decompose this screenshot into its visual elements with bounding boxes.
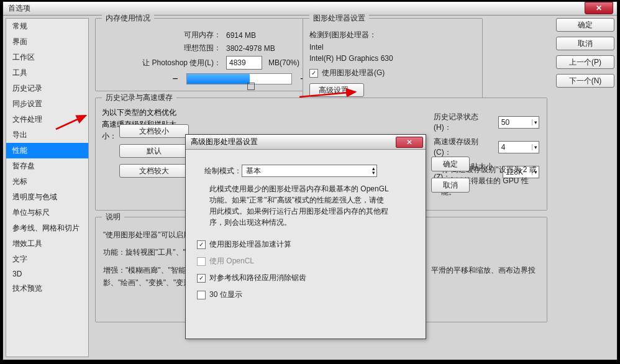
checkbox-checked-icon: ✓	[197, 274, 206, 283]
modal-checkboxes: ✓使用图形处理器加速计算 使用 OpenCL ✓对参考线和路径应用消除锯齿 30…	[197, 239, 418, 300]
chevron-down-icon: ▾	[532, 119, 537, 125]
ok-button[interactable]: 确定	[556, 18, 614, 32]
draw-mode-select[interactable]: 基本 ▴▾	[242, 165, 377, 177]
modal-buttons: 确定 取消	[431, 157, 470, 193]
sidebar-item-transparency[interactable]: 透明度与色域	[6, 189, 88, 205]
modal-titlebar: 高级图形处理器设置 ✕	[186, 135, 426, 150]
memory-suffix: MB(70%)	[268, 58, 299, 67]
gpu-detected-label: 检测到图形处理器：	[309, 30, 476, 40]
available-value: 6914 MB	[226, 31, 256, 40]
slider-thumb[interactable]	[247, 83, 255, 90]
checkbox-icon	[197, 257, 206, 266]
checkbox-checked-icon: ✓	[197, 240, 206, 249]
modal-description: 此模式使用最少的图形处理器内存和最基本的 OpenGL 功能。如果"正常"和"高…	[209, 183, 390, 228]
sidebar-item-scratch[interactable]: 暂存盘	[6, 158, 88, 174]
cache-level-select[interactable]: 4▾	[498, 141, 539, 153]
modal-title-text: 高级图形处理器设置	[191, 137, 258, 147]
close-icon: ✕	[596, 4, 602, 12]
sidebar-item-sync[interactable]: 同步设置	[6, 96, 88, 112]
modal-ok-button[interactable]: 确定	[431, 157, 470, 171]
category-sidebar: 常规 界面 工作区 工具 历史记录 同步设置 文件处理 导出 性能 暂存盘 光标…	[6, 18, 89, 357]
sidebar-item-general[interactable]: 常规	[6, 19, 88, 34]
states-label: 历史记录状态(H)：	[434, 112, 495, 133]
doc-small-button[interactable]: 文档较小	[119, 124, 189, 138]
close-icon: ✕	[406, 138, 413, 147]
chevron-up-down-icon: ▴▾	[372, 166, 375, 175]
sidebar-item-performance[interactable]: 性能	[6, 143, 88, 158]
draw-mode-label: 绘制模式：	[204, 166, 242, 176]
history-states-select[interactable]: 50▾	[498, 116, 539, 129]
next-button[interactable]: 下一个(N)	[556, 74, 614, 88]
memory-input[interactable]: 4839	[226, 56, 262, 70]
gpu-group-title: 图形处理器设置	[309, 13, 369, 24]
sidebar-item-file-handling[interactable]: 文件处理	[6, 112, 88, 127]
doc-default-button[interactable]: 默认	[119, 144, 189, 158]
prev-button[interactable]: 上一个(P)	[556, 55, 614, 69]
sidebar-item-type[interactable]: 文字	[6, 252, 88, 267]
sidebar-item-tech-preview[interactable]: 技术预览	[6, 281, 88, 296]
window-close-button[interactable]: ✕	[585, 2, 613, 14]
slider-fill	[187, 74, 250, 84]
ideal-label: 理想范围：	[102, 43, 226, 53]
sidebar-item-history[interactable]: 历史记录	[6, 81, 88, 96]
chevron-down-icon: ▾	[532, 144, 537, 150]
cancel-button[interactable]: 取消	[556, 37, 614, 50]
checkbox-checked-icon: ✓	[309, 69, 318, 78]
memory-group-title: 内存使用情况	[102, 13, 154, 24]
minus-icon: −	[170, 73, 180, 84]
antialias-checkbox[interactable]: ✓对参考线和路径应用消除锯齿	[197, 273, 418, 283]
sidebar-item-3d[interactable]: 3D	[6, 267, 88, 281]
sidebar-item-plugins[interactable]: 增效工具	[6, 236, 88, 252]
checkbox-icon	[197, 291, 206, 299]
sidebar-item-guides[interactable]: 参考线、网格和切片	[6, 221, 88, 236]
available-label: 可用内存：	[102, 30, 226, 40]
dialog-buttons: 确定 取消 上一个(P) 下一个(N)	[556, 18, 614, 88]
cache-label: 高速缓存级别(C)：	[434, 137, 495, 158]
gpu-vendor: Intel	[309, 43, 476, 52]
doc-large-button[interactable]: 文档较大	[119, 164, 189, 178]
gpu-advanced-button[interactable]: 高级设置...	[309, 83, 364, 97]
30bit-checkbox[interactable]: 30 位显示	[197, 289, 418, 300]
sidebar-item-tools[interactable]: 工具	[6, 65, 88, 81]
sidebar-item-units[interactable]: 单位与标尺	[6, 205, 88, 221]
sidebar-item-workspace[interactable]: 工作区	[6, 50, 88, 65]
history-group-title: 历史记录与高速缓存	[102, 93, 176, 103]
gpu-group: 图形处理器设置 检测到图形处理器： Intel Intel(R) HD Grap…	[303, 18, 483, 106]
ideal-value: 3802-4978 MB	[226, 44, 275, 53]
let-ps-label: 让 Photoshop 使用(L)：	[102, 58, 226, 68]
modal-close-button[interactable]: ✕	[396, 137, 423, 148]
slider-track[interactable]	[186, 73, 292, 84]
use-gpu-label: 使用图形处理器(G)	[322, 68, 385, 78]
desc-group-title: 说明	[102, 212, 124, 222]
modal-cancel-button[interactable]: 取消	[431, 178, 470, 193]
sidebar-item-cursors[interactable]: 光标	[6, 174, 88, 189]
opencl-checkbox: 使用 OpenCL	[197, 256, 418, 266]
accelerate-checkbox[interactable]: ✓使用图形处理器加速计算	[197, 239, 418, 250]
window-title: 首选项	[8, 3, 30, 14]
use-gpu-checkbox[interactable]: ✓ 使用图形处理器(G)	[309, 68, 385, 78]
gpu-model: Intel(R) HD Graphics 630	[309, 54, 476, 63]
sidebar-item-interface[interactable]: 界面	[6, 34, 88, 50]
sidebar-item-export[interactable]: 导出	[6, 127, 88, 143]
modal-body: 绘制模式： 基本 ▴▾ 此模式使用最少的图形处理器内存和最基本的 OpenGL …	[186, 150, 426, 307]
advanced-gpu-dialog: 高级图形处理器设置 ✕ 绘制模式： 基本 ▴▾ 此模式使用最少的图形处理器内存和…	[185, 134, 426, 339]
